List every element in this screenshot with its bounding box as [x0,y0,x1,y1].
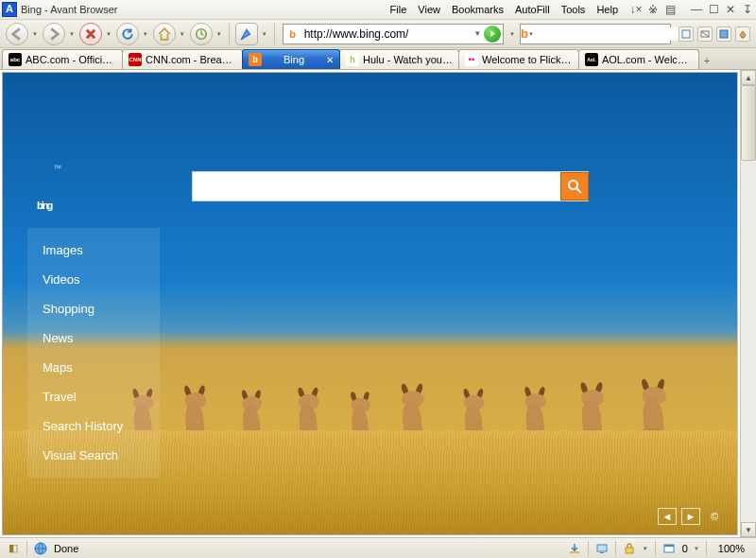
fullscreen-icon[interactable] [679,26,694,42]
screen-icon[interactable] [594,541,610,556]
tab-label: Bing [266,54,322,65]
tab-hulu[interactable]: h Hulu - Watch you… [339,49,459,69]
tab-bing[interactable]: b Bing ✕ [242,49,340,69]
new-tab-button[interactable]: + [698,52,715,69]
site-favicon-icon: b [285,26,301,42]
zoom-level[interactable]: 100% [713,543,750,554]
favicon-icon: CNN [129,53,142,66]
search-input[interactable] [535,27,684,41]
status-text: Done [54,543,78,554]
scroll-up-button[interactable]: ▲ [741,70,756,85]
menu-autofill[interactable]: AutoFill [509,2,556,17]
tab-label: ABC.com - Officia… [26,54,116,65]
svg-rect-7 [597,545,607,551]
svg-rect-6 [570,551,579,553]
nav-visual-search[interactable]: Visual Search [27,441,160,470]
prev-image-button[interactable]: ◄ [658,508,677,525]
nav-maps[interactable]: Maps [27,353,160,382]
pin-icon[interactable]: ↧ [741,3,754,16]
bing-logo: bing™ [37,164,61,220]
tab-abc[interactable]: abc ABC.com - Officia… [2,49,123,69]
bing-homepage: bing™ Images Videos Shopping News Maps T… [3,73,737,534]
bing-category-nav: Images Videos Shopping News Maps Travel … [27,228,160,478]
vertical-scrollbar[interactable]: ▲ ▼ [740,70,756,537]
popup-blocked-icon[interactable] [662,541,677,556]
url-input[interactable] [301,27,473,41]
nav-travel[interactable]: Travel [27,382,160,411]
history-button[interactable] [190,23,213,45]
menu-bookmarks[interactable]: Bookmarks [446,2,509,17]
next-image-button[interactable]: ► [681,508,700,525]
nav-images[interactable]: Images [27,235,160,265]
scroll-track[interactable] [741,161,756,522]
favicon-icon: Aol. [585,53,598,66]
minimize-icon[interactable]: — [690,3,703,16]
tile-icon[interactable]: ▤ [663,3,677,16]
stop-button[interactable] [79,23,102,45]
menu-bar: File View Bookmarks AutoFill Tools Help [385,2,624,17]
trademark: ™ [53,164,61,173]
content-viewport: bing™ Images Videos Shopping News Maps T… [0,70,756,537]
clear-records-icon[interactable] [735,26,750,42]
bing-search-button[interactable] [560,172,589,201]
scroll-down-button[interactable]: ▼ [741,522,756,537]
favicon-icon: h [346,53,359,66]
bing-image-controls: ◄ ► © [658,508,724,525]
save-page-icon[interactable] [716,26,731,42]
url-dropdown-icon[interactable]: ▼ [473,29,481,38]
tab-label: CNN.com - Breaki… [146,54,236,65]
tab-close-icon[interactable]: ✕ [326,55,334,65]
svg-rect-9 [626,548,633,553]
title-bar: Bing - Avant Browser File View Bookmarks… [0,0,756,20]
skin-icon[interactable]: ◧ [6,541,21,556]
close-icon[interactable]: ✕ [724,3,737,16]
go-button[interactable] [484,26,501,43]
main-toolbar: ▼ ▼ ▼ ▼ ▼ ▼ ▼ b ▼ ▼ b ▼ [0,20,756,48]
image-info-button[interactable]: © [705,508,724,525]
svg-point-4 [569,181,577,189]
tab-strip: abc ABC.com - Officia… CNN CNN.com - Bre… [0,48,756,70]
bing-search-input[interactable] [193,172,588,201]
nav-videos[interactable]: Videos [27,265,160,294]
favicon-icon: b [249,53,262,66]
favicon-icon: abc [9,53,22,66]
svg-rect-1 [682,30,690,38]
lock-icon[interactable] [622,541,637,556]
downloads-icon[interactable] [567,541,582,556]
autofill-button[interactable] [235,23,258,45]
popup-count: 0 [682,543,688,554]
bing-search-box[interactable] [192,171,589,201]
nav-shopping[interactable]: Shopping [27,294,160,323]
refresh-button[interactable] [116,23,139,45]
search-bar[interactable]: b ▼ [520,24,671,44]
window-title: Bing - Avant Browser [21,4,118,15]
svg-rect-8 [600,552,604,553]
tab-cnn[interactable]: CNN CNN.com - Breaki… [122,49,243,69]
nav-search-history[interactable]: Search History [27,411,160,441]
tab-label: Hulu - Watch you… [363,54,453,65]
back-button[interactable] [6,23,28,45]
maximize-icon[interactable]: ☐ [707,3,720,16]
tab-label: Welcome to Flickr… [482,54,573,65]
forward-button[interactable] [43,23,65,45]
toolbar-extra-icons [679,26,750,42]
tab-aol[interactable]: Aol. AOL.com - Welco… [578,49,699,69]
ad-block-icon[interactable] [697,26,713,42]
bing-logo-text: bing [37,200,51,211]
svg-rect-3 [720,30,728,38]
scroll-thumb[interactable] [741,85,756,161]
cascade-icon[interactable]: ※ [646,3,660,16]
tab-flickr[interactable]: •• Welcome to Flickr… [458,49,579,69]
cascade-down-icon[interactable]: ↓× [629,3,643,16]
home-button[interactable] [153,23,176,45]
menu-help[interactable]: Help [591,2,624,17]
status-bar: ◧ Done ▼ 0 ▼ 100% [0,537,756,558]
menu-file[interactable]: File [385,2,413,17]
address-bar[interactable]: b ▼ [283,24,504,44]
search-engine-icon[interactable]: b [521,25,528,44]
nav-news[interactable]: News [27,323,160,353]
tab-label: AOL.com - Welco… [602,54,693,65]
menu-view[interactable]: View [412,2,446,17]
menu-tools[interactable]: Tools [556,2,592,17]
network-icon [33,541,48,556]
